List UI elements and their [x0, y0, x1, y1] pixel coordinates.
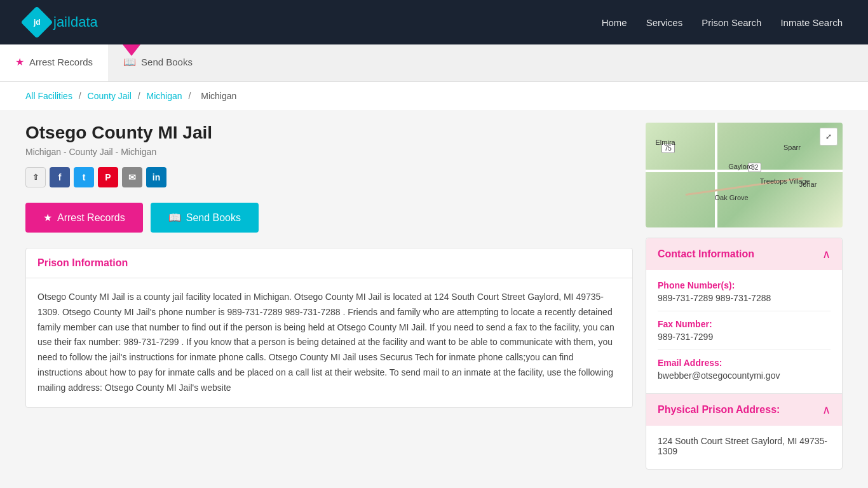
send-books-button-label: Send Books — [186, 212, 241, 224]
logo-jd-text: jd — [34, 18, 41, 27]
address-header[interactable]: Physical Prison Address: ∧ — [646, 393, 842, 426]
facebook-button[interactable]: f — [50, 167, 70, 187]
map-label-elmira: Elmira — [656, 139, 675, 146]
map-road-horizontal — [646, 170, 843, 172]
main-nav: Home Services Prison Search Inmate Searc… — [602, 17, 843, 28]
tab-send-books-label: Send Books — [141, 57, 193, 67]
star-icon: ★ — [15, 56, 24, 68]
pinterest-icon: P — [105, 172, 111, 182]
contact-info-title: Contact Information — [658, 248, 754, 260]
linkedin-icon: in — [153, 172, 160, 182]
send-books-button[interactable]: 📖 Send Books — [151, 203, 259, 233]
email-button[interactable]: ✉ — [122, 167, 142, 187]
email-icon: ✉ — [128, 172, 136, 182]
fax-label: Fax Number: — [658, 319, 831, 329]
breadcrumb-michigan[interactable]: Michigan — [147, 91, 182, 101]
address-value: 124 South Court Street Gaylord, MI 49735… — [658, 436, 831, 456]
logo-wordmark: jaildata — [53, 14, 98, 30]
arrest-records-button[interactable]: ★ Arrest Records — [25, 203, 143, 233]
pinterest-button[interactable]: P — [98, 167, 118, 187]
breadcrumb-county-jail[interactable]: County Jail — [88, 91, 132, 101]
tab-arrest-records[interactable]: ★ Arrest Records — [0, 44, 108, 81]
share-icon: ⇧ — [32, 173, 39, 182]
prison-info-title: Prison Information — [37, 257, 621, 269]
contact-info-header[interactable]: Contact Information ∧ — [646, 238, 842, 270]
breadcrumb-sep3: / — [188, 91, 191, 101]
nav-prison-search[interactable]: Prison Search — [702, 17, 761, 28]
facebook-icon: f — [58, 172, 62, 182]
map-expand-button[interactable]: ⤢ — [820, 128, 837, 146]
main-content: Otsego County MI Jail Michigan - County … — [0, 110, 868, 488]
contact-divider-1 — [658, 311, 831, 311]
breadcrumb-sep1: / — [79, 91, 81, 101]
prison-info-body: Otsego County MI Jail is a county jail f… — [26, 278, 632, 407]
left-column: Otsego County MI Jail Michigan - County … — [25, 123, 633, 477]
map-label-gaylord: Gaylord — [728, 163, 753, 170]
tab-bar: ★ Arrest Records 📖 Send Books — [0, 44, 868, 82]
prison-info-header: Prison Information — [26, 248, 632, 278]
site-header: jd jaildata Home Services Prison Search … — [0, 0, 868, 44]
arrest-records-button-label: Arrest Records — [57, 212, 125, 224]
fax-value: 989-731-7299 — [658, 332, 831, 342]
address-title: Physical Prison Address: — [658, 404, 780, 416]
arrest-star-icon: ★ — [43, 212, 52, 224]
book-icon: 📖 — [123, 56, 136, 68]
email-value: bwebber@otsegocountymi.gov — [658, 370, 831, 381]
map-container: 75 32 Elmira Gaylord Sparr Treetops Vill… — [646, 123, 843, 227]
map-label-sparr: Sparr — [783, 144, 801, 151]
address-body: 124 South Court Street Gaylord, MI 49735… — [646, 426, 842, 469]
nav-services[interactable]: Services — [646, 17, 683, 28]
breadcrumb-all-facilities[interactable]: All Facilities — [25, 91, 72, 101]
twitter-button[interactable]: t — [74, 167, 94, 187]
breadcrumb-current: Michigan — [201, 91, 236, 101]
tab-arrest-records-label: Arrest Records — [29, 57, 93, 67]
share-button[interactable]: ⇧ — [25, 167, 46, 187]
address-chevron-icon: ∧ — [822, 403, 831, 417]
contact-divider-2 — [658, 349, 831, 350]
contact-chevron-icon: ∧ — [822, 247, 831, 261]
right-column: 75 32 Elmira Gaylord Sparr Treetops Vill… — [646, 123, 843, 477]
map-label-oak-grove: Oak Grove — [715, 194, 749, 201]
email-label: Email Address: — [658, 358, 831, 368]
nav-inmate-search[interactable]: Inmate Search — [780, 17, 843, 28]
map-image: 75 32 Elmira Gaylord Sparr Treetops Vill… — [646, 123, 843, 227]
contact-info-body: Phone Number(s): 989-731-7289 989-731-72… — [646, 270, 842, 393]
phone-label: Phone Number(s): — [658, 280, 831, 290]
phone-value: 989-731-7289 989-731-7288 — [658, 293, 831, 303]
breadcrumb: All Facilities / County Jail / Michigan … — [0, 82, 868, 110]
books-icon: 📖 — [168, 212, 181, 224]
jail-title: Otsego County MI Jail — [25, 123, 633, 143]
twitter-icon: t — [83, 172, 86, 182]
prison-info-box: Prison Information Otsego County MI Jail… — [25, 248, 633, 408]
contact-info-box: Contact Information ∧ Phone Number(s): 9… — [646, 238, 843, 470]
social-icons: ⇧ f t P ✉ in — [25, 167, 633, 187]
map-road-vertical — [715, 123, 717, 227]
jail-subtitle: Michigan - County Jail - Michigan — [25, 147, 633, 157]
tab-send-books[interactable]: 📖 Send Books — [108, 44, 208, 81]
tabs-container: ★ Arrest Records 📖 Send Books — [0, 44, 868, 81]
prison-info-text: Otsego County MI Jail is a county jail f… — [37, 290, 621, 396]
breadcrumb-sep2: / — [138, 91, 140, 101]
logo-icon: jd — [21, 6, 53, 39]
logo[interactable]: jd jaildata — [25, 11, 98, 34]
action-buttons: ★ Arrest Records 📖 Send Books — [25, 203, 633, 233]
map-label-johar: Johar — [799, 180, 817, 188]
linkedin-button[interactable]: in — [146, 167, 166, 187]
nav-home[interactable]: Home — [602, 17, 627, 28]
